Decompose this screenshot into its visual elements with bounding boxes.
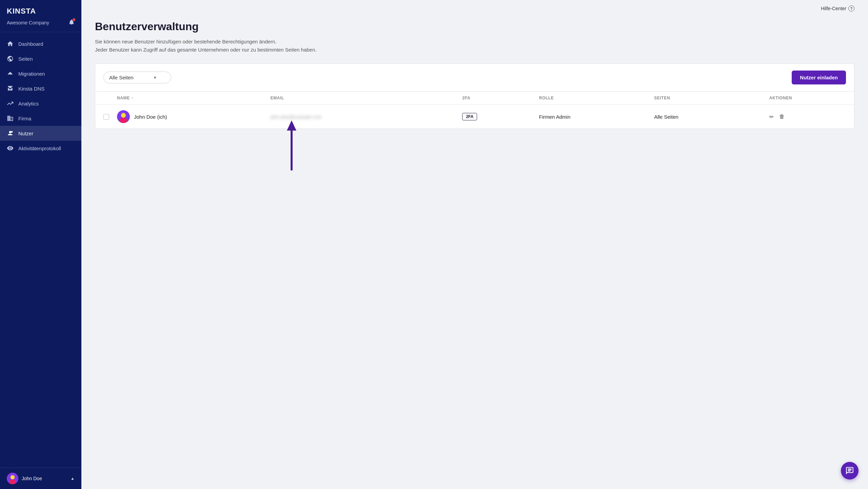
user-name: John Doe (ich) xyxy=(134,114,167,120)
header-seiten: SEITEN xyxy=(654,96,769,100)
users-icon xyxy=(7,130,14,137)
email-value: john.doe@example.com xyxy=(271,114,322,120)
page-content: Benutzerverwaltung Sie können neue Benut… xyxy=(81,17,868,489)
user-pages: Alle Seiten xyxy=(654,114,769,120)
header-aktionen: AKTIONEN xyxy=(769,96,846,100)
svg-point-3 xyxy=(11,475,15,480)
sidebar-item-label-dns: Kinsta DNS xyxy=(18,86,45,92)
building-icon xyxy=(7,115,14,122)
table-row: John Doe (ich) john.doe@example.com 2FA … xyxy=(95,105,854,129)
edit-icon[interactable]: ✏ xyxy=(769,114,774,120)
logo: KINSTA xyxy=(7,7,75,16)
sidebar-item-firma[interactable]: Firma xyxy=(0,111,81,126)
sidebar-item-label-migrationen: Migrationen xyxy=(18,71,45,77)
action-icons: ✏ 🗑 xyxy=(769,114,846,120)
sidebar-item-dashboard[interactable]: Dashboard xyxy=(0,36,81,51)
user-avatar xyxy=(117,110,130,123)
sidebar: KINSTA Awesome Company Dashboard Seiten xyxy=(0,0,81,489)
sidebar-item-label-dashboard: Dashboard xyxy=(18,41,43,47)
chat-button[interactable] xyxy=(841,462,859,480)
company-name: Awesome Company xyxy=(7,20,49,25)
chart-icon xyxy=(7,100,14,107)
sidebar-item-seiten[interactable]: Seiten xyxy=(0,51,81,66)
eye-icon xyxy=(7,145,14,152)
header-checkbox-col xyxy=(103,96,117,100)
help-center-link[interactable]: Hilfe-Center ? xyxy=(821,5,854,12)
card-toolbar: Alle Seiten ▾ Nutzer einladen xyxy=(95,64,854,91)
row-checkbox[interactable] xyxy=(103,114,117,120)
sidebar-item-label-firma: Firma xyxy=(18,116,31,121)
sidebar-item-label-aktivitaet: Aktivitätenprotokoll xyxy=(18,145,61,151)
notification-bell[interactable] xyxy=(68,19,75,26)
sidebar-item-label-nutzer: Nutzer xyxy=(18,131,33,136)
user-role: Firmen Admin xyxy=(539,114,654,120)
svg-point-7 xyxy=(120,118,127,123)
sidebar-footer[interactable]: John Doe ▲ xyxy=(0,468,81,489)
help-circle-icon: ? xyxy=(848,5,854,12)
svg-point-4 xyxy=(9,480,16,484)
header-rolle: ROLLE xyxy=(539,96,654,100)
footer-username: John Doe xyxy=(22,476,42,481)
table-header: NAME ↑ EMAIL 2FA ROLLE SEITEN AKTIONEN xyxy=(95,92,854,105)
user-cell: John Doe (ich) xyxy=(117,110,271,123)
sidebar-item-label-seiten: Seiten xyxy=(18,56,33,62)
company-row: Awesome Company xyxy=(7,19,75,26)
svg-point-6 xyxy=(121,113,126,118)
user-avatar-footer xyxy=(7,473,18,484)
notification-dot xyxy=(73,18,75,21)
footer-user: John Doe xyxy=(7,473,42,484)
svg-point-1 xyxy=(11,131,13,133)
sidebar-item-kinsta-dns[interactable]: Kinsta DNS xyxy=(0,81,81,96)
sidebar-item-nutzer[interactable]: Nutzer xyxy=(0,126,81,141)
sidebar-item-label-analytics: Analytics xyxy=(18,101,39,106)
sidebar-header: KINSTA Awesome Company xyxy=(0,0,81,32)
globe-icon xyxy=(7,55,14,62)
page-title: Benutzerverwaltung xyxy=(95,20,854,33)
main-content: Hilfe-Center ? Benutzerverwaltung Sie kö… xyxy=(81,0,868,489)
chat-icon xyxy=(845,466,854,475)
users-card: Alle Seiten ▾ Nutzer einladen NAME ↑ EMA… xyxy=(95,63,854,129)
user-2fa: 2FA xyxy=(462,113,539,120)
header-2fa: 2FA xyxy=(462,96,539,100)
filter-select[interactable]: Alle Seiten ▾ xyxy=(103,72,171,83)
sidebar-item-analytics[interactable]: Analytics xyxy=(0,96,81,111)
dns-icon xyxy=(7,85,14,92)
migration-icon xyxy=(7,70,14,77)
invite-users-button[interactable]: Nutzer einladen xyxy=(792,71,846,84)
help-center-label: Hilfe-Center xyxy=(821,6,846,11)
page-description: Sie können neue Benutzer hinzufügen oder… xyxy=(95,38,854,54)
header-email: EMAIL xyxy=(271,96,462,100)
2fa-badge: 2FA xyxy=(462,113,477,120)
sidebar-item-aktivitaetenprotokoll[interactable]: Aktivitätenprotokoll xyxy=(0,141,81,156)
user-email: john.doe@example.com xyxy=(271,114,462,120)
filter-chevron-icon: ▾ xyxy=(154,75,156,80)
sidebar-item-migrationen[interactable]: Migrationen xyxy=(0,66,81,81)
svg-point-0 xyxy=(9,131,12,133)
filter-label: Alle Seiten xyxy=(109,75,134,80)
delete-icon[interactable]: 🗑 xyxy=(779,114,785,120)
home-icon xyxy=(7,40,14,47)
users-table: NAME ↑ EMAIL 2FA ROLLE SEITEN AKTIONEN xyxy=(95,91,854,129)
topbar: Hilfe-Center ? xyxy=(81,0,868,17)
header-name: NAME ↑ xyxy=(117,96,271,100)
chevron-up-icon: ▲ xyxy=(71,476,75,481)
nav-section: Dashboard Seiten Migrationen Kinsta DNS xyxy=(0,32,81,468)
